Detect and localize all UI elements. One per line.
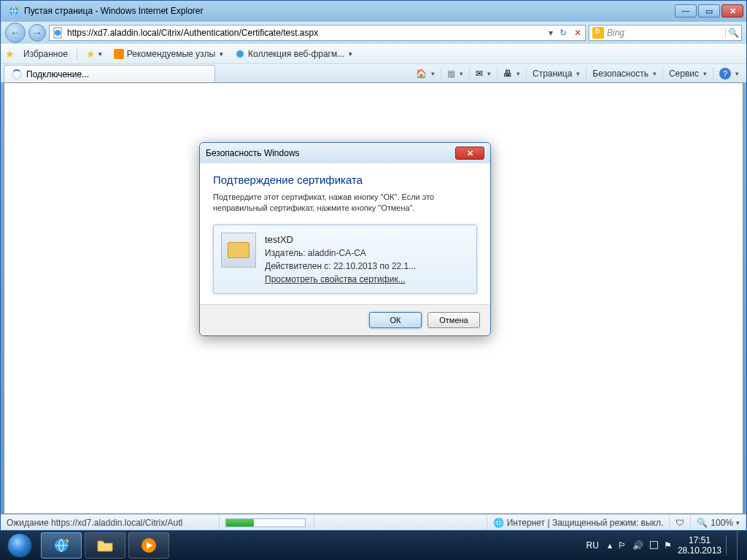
page-menu[interactable]: Страница: [533, 69, 572, 79]
maximize-button[interactable]: ▭: [698, 4, 720, 18]
taskbar-ie[interactable]: [41, 532, 82, 559]
dialog-heading: Подтверждение сертификата: [213, 174, 477, 186]
print-button[interactable]: 🖶: [503, 69, 512, 79]
add-favorite-icon[interactable]: ★▾: [83, 47, 105, 61]
cancel-button[interactable]: Отмена: [427, 312, 480, 328]
bing-icon: [592, 27, 604, 39]
tray-flag-icon[interactable]: 🏳: [618, 540, 627, 551]
ie-icon: [8, 5, 20, 17]
refresh-button[interactable]: ↻: [556, 28, 570, 38]
svg-point-3: [236, 50, 244, 58]
cert-name: testXD: [265, 233, 416, 247]
browser-tab[interactable]: Подключение...: [4, 65, 215, 82]
search-button[interactable]: 🔍: [725, 28, 741, 38]
ie-window: Пустая страница - Windows Internet Explo…: [0, 0, 747, 531]
page-icon: [53, 27, 64, 39]
forward-button[interactable]: →: [28, 24, 46, 42]
tools-menu[interactable]: Сервис: [669, 69, 699, 79]
url-dropdown[interactable]: ▾: [546, 28, 556, 38]
svg-point-2: [55, 30, 61, 36]
zone-cell: 🌐Интернет | Защищенный режим: выкл.: [487, 515, 670, 530]
progress-cell: [220, 515, 314, 530]
dialog-body-text: Подтвердите этот сертификат, нажав кнопк…: [213, 192, 477, 214]
status-bar: Ожидание https://xd7.aladdin.local/Citri…: [1, 514, 746, 530]
tab-row: Подключение... 🏠▾ ▦▾ ✉▾ 🖶▾ Страница▾ Без…: [1, 63, 746, 82]
titlebar: Пустая страница - Windows Internet Explo…: [1, 1, 746, 21]
folder-icon: [96, 537, 114, 554]
security-dialog: Безопасность Windows ✕ Подтверждение сер…: [199, 142, 491, 336]
favorites-bar: ★ Избранное ★▾ Рекомендуемые узлы▾ Колле…: [1, 43, 746, 63]
star-icon: ★: [5, 48, 15, 60]
close-button[interactable]: ✕: [721, 4, 743, 18]
url-input[interactable]: [67, 28, 546, 38]
tray-volume-icon[interactable]: 🔊: [632, 540, 643, 551]
cert-view-link[interactable]: Просмотреть свойства сертифик...: [265, 274, 406, 284]
back-button[interactable]: ←: [5, 23, 26, 43]
dialog-title: Безопасность Windows: [206, 148, 300, 158]
home-button[interactable]: 🏠: [416, 69, 427, 79]
search-placeholder: Bing: [607, 28, 725, 38]
safety-menu[interactable]: Безопасность: [592, 69, 649, 79]
suggested-sites[interactable]: Рекомендуемые узлы▾: [111, 47, 226, 61]
address-bar[interactable]: ▾ ↻ ✕: [49, 25, 586, 41]
taskbar-wmp[interactable]: [128, 532, 169, 559]
taskbar-explorer[interactable]: [85, 532, 125, 559]
window-title: Пустая страница - Windows Internet Explo…: [24, 6, 675, 16]
feeds-button[interactable]: ▦: [447, 69, 455, 79]
globe-icon: 🌐: [493, 518, 504, 528]
search-box[interactable]: Bing 🔍: [589, 25, 742, 41]
clock[interactable]: 17:51 28.10.2013: [678, 535, 727, 556]
favorites-button[interactable]: Избранное: [20, 47, 71, 61]
loading-spinner-icon: [12, 69, 22, 79]
nav-toolbar: ← → ▾ ↻ ✕ Bing 🔍: [1, 21, 746, 43]
dialog-titlebar: Безопасность Windows ✕: [200, 143, 490, 163]
tray-network-icon[interactable]: 🞎: [649, 540, 658, 551]
tray-action-icon[interactable]: ⚑: [664, 540, 672, 551]
language-indicator[interactable]: RU: [584, 539, 602, 552]
ie-taskbar-icon: [53, 537, 70, 554]
show-desktop-button[interactable]: [737, 531, 744, 560]
mail-button[interactable]: ✉: [476, 69, 483, 79]
cert-issuer: Издатель: aladdin-CA-CA: [265, 246, 416, 260]
windows-orb-icon: [7, 533, 32, 558]
help-button[interactable]: ?: [719, 68, 731, 79]
web-slice-gallery[interactable]: Коллекция веб-фрагм...▾: [232, 47, 355, 61]
zoom-cell[interactable]: 🔍 100% ▾: [691, 515, 746, 530]
system-tray: RU ▴ 🏳 🔊 🞎 ⚑ 17:51 28.10.2013: [581, 531, 747, 560]
orange-icon: [114, 49, 124, 59]
tab-label: Подключение...: [26, 69, 89, 79]
status-text: Ожидание https://xd7.aladdin.local/Citri…: [1, 515, 220, 530]
certificate-card[interactable]: testXD Издатель: aladdin-CA-CA Действите…: [213, 225, 477, 295]
start-button[interactable]: [0, 531, 39, 560]
tray-chevron-icon[interactable]: ▴: [608, 540, 612, 551]
dialog-close-button[interactable]: ✕: [455, 147, 484, 160]
ok-button[interactable]: ОК: [369, 312, 422, 328]
taskbar: RU ▴ 🏳 🔊 🞎 ⚑ 17:51 28.10.2013: [0, 531, 747, 560]
ie-small-icon: [235, 49, 245, 59]
cert-validity: Действителен с: 22.10.2013 по 22.1...: [265, 260, 416, 273]
minimize-button[interactable]: —: [675, 4, 697, 18]
protected-mode-icon[interactable]: 🛡: [670, 515, 691, 530]
media-player-icon: [140, 537, 158, 554]
stop-button[interactable]: ✕: [570, 28, 585, 38]
smartcard-icon: [221, 233, 256, 268]
command-bar: 🏠▾ ▦▾ ✉▾ 🖶▾ Страница▾ Безопасность▾ Серв…: [411, 65, 743, 82]
